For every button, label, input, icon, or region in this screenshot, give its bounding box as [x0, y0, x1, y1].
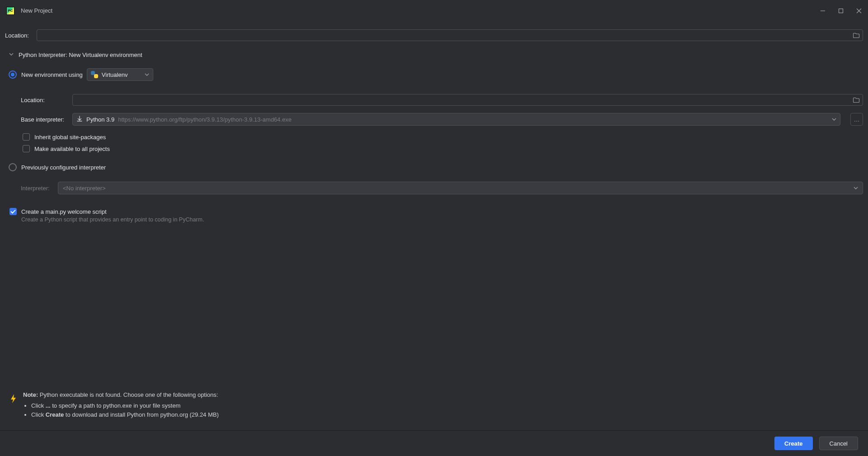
- prev-interpreter-form: Interpreter: <No interpreter>: [9, 178, 863, 198]
- new-env-label: New environment using: [21, 71, 83, 78]
- env-location-row: Location:: [21, 90, 863, 109]
- base-interpreter-name: Python 3.9: [86, 116, 114, 123]
- titlebar: PC New Project: [0, 0, 868, 21]
- env-location-label: Location:: [21, 97, 66, 103]
- welcome-script-checkbox[interactable]: [9, 208, 17, 215]
- new-env-form: Location: Base interpreter: Python 3.9 h…: [9, 90, 863, 155]
- ellipsis-icon: …: [854, 116, 860, 123]
- base-interpreter-hint: https://www.python.org/ftp/python/3.9.13…: [118, 116, 292, 123]
- interpreter-select-label: Interpreter:: [21, 185, 52, 192]
- chevron-down-icon: [9, 52, 14, 58]
- location-row: Location:: [5, 26, 863, 45]
- interpreter-section-title: Python Interpreter: New Virtualenv envir…: [19, 52, 142, 58]
- note-bullet-1: Click ... to specify a path to python.ex…: [31, 401, 219, 410]
- env-tool-value: Virtualenv: [102, 71, 128, 78]
- base-interpreter-label: Base interpreter:: [21, 116, 66, 123]
- location-input-wrapper: [37, 29, 863, 41]
- base-interpreter-combo[interactable]: Python 3.9 https://www.python.org/ftp/py…: [72, 113, 840, 126]
- maximize-button[interactable]: [838, 8, 844, 14]
- inherit-checkbox[interactable]: [23, 133, 30, 141]
- titlebar-left: PC New Project: [6, 7, 52, 15]
- prev-interpreter-select-row: Interpreter: <No interpreter>: [21, 178, 863, 198]
- make-available-checkbox[interactable]: [23, 145, 30, 152]
- welcome-script-desc: Create a Python script that provides an …: [9, 216, 863, 223]
- interpreter-section-body: New environment using Virtualenv Locatio…: [5, 64, 863, 198]
- create-button[interactable]: Create: [774, 437, 812, 450]
- note-strong: Note:: [23, 391, 38, 398]
- welcome-script-block: Create a main.py welcome script Create a…: [5, 204, 863, 223]
- note-text: Note: Python executable is not found. Ch…: [23, 390, 219, 419]
- env-tool-combo[interactable]: Virtualenv: [87, 68, 154, 81]
- interpreter-select: <No interpreter>: [58, 182, 863, 194]
- note-rest: Python executable is not found. Choose o…: [38, 391, 218, 398]
- folder-icon[interactable]: [853, 96, 860, 103]
- note-bullet-2: Click Create to download and install Pyt…: [31, 410, 219, 419]
- location-input[interactable]: [41, 32, 850, 39]
- inherit-label: Inherit global site-packages: [34, 134, 106, 141]
- window-title: New Project: [21, 7, 52, 14]
- new-env-radio[interactable]: [9, 71, 17, 79]
- note-block: Note: Python executable is not found. Ch…: [5, 390, 863, 430]
- chevron-down-icon: [832, 116, 836, 123]
- make-available-checkbox-row: Make available to all projects: [21, 143, 863, 155]
- make-available-label: Make available to all projects: [34, 146, 110, 152]
- folder-icon[interactable]: [853, 32, 860, 39]
- download-icon: [76, 116, 83, 123]
- interpreter-select-value: <No interpreter>: [63, 185, 106, 192]
- warning-bolt-icon: [9, 394, 18, 406]
- inherit-checkbox-row: Inherit global site-packages: [21, 131, 863, 143]
- prev-interpreter-label: Previously configured interpreter: [21, 164, 106, 171]
- welcome-script-label: Create a main.py welcome script: [21, 208, 107, 215]
- svg-rect-1: [839, 9, 843, 13]
- interpreter-section-header[interactable]: Python Interpreter: New Virtualenv envir…: [5, 45, 863, 64]
- pycharm-icon: PC: [6, 7, 14, 15]
- browse-interpreter-button[interactable]: …: [850, 113, 863, 126]
- location-label: Location:: [5, 32, 30, 39]
- prev-interpreter-radio[interactable]: [9, 163, 17, 171]
- note-heading: Note: Python executable is not found. Ch…: [23, 390, 219, 400]
- new-env-radio-row: New environment using Virtualenv: [9, 64, 863, 85]
- env-location-input-wrapper: [72, 94, 863, 106]
- minimize-button[interactable]: [820, 8, 826, 14]
- env-location-input[interactable]: [76, 97, 850, 103]
- chevron-down-icon: [854, 185, 858, 192]
- prev-interpreter-radio-row: Previously configured interpreter: [9, 159, 863, 175]
- window-controls: [820, 8, 862, 14]
- base-interpreter-row: Base interpreter: Python 3.9 https://www…: [21, 109, 863, 129]
- close-button[interactable]: [856, 8, 862, 14]
- python-icon: [91, 71, 98, 78]
- footer: Create Cancel: [0, 430, 868, 456]
- cancel-button[interactable]: Cancel: [819, 437, 858, 450]
- chevron-down-icon: [135, 71, 149, 78]
- welcome-script-row: Create a main.py welcome script: [9, 208, 863, 215]
- content: Location: Python Interpreter: New Virtua…: [0, 21, 868, 430]
